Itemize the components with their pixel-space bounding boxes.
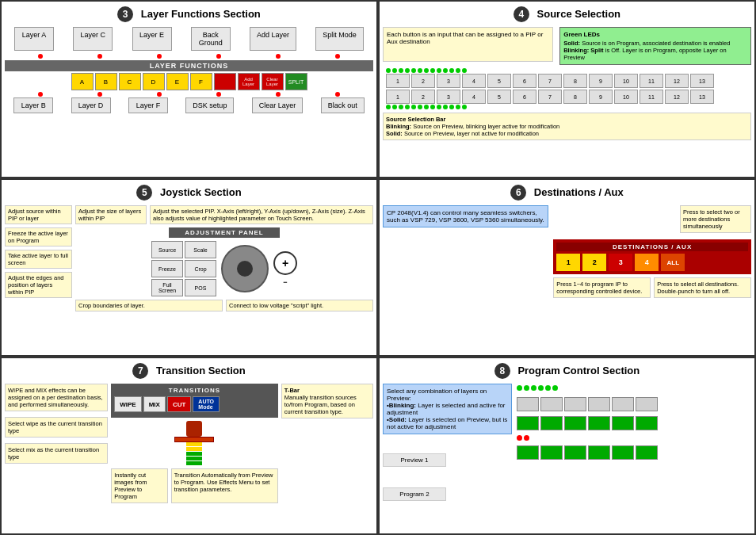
prev2-btn-3[interactable] bbox=[564, 416, 586, 430]
src-btn-r2-11[interactable]: 11 bbox=[640, 90, 663, 104]
prev2-btn-4[interactable] bbox=[588, 416, 610, 430]
add-layer-btn[interactable]: Add Layer bbox=[250, 27, 296, 51]
src-btn-12[interactable]: 12 bbox=[665, 74, 689, 88]
src-btn-4[interactable]: 4 bbox=[462, 74, 486, 88]
black-out-btn[interactable]: Black out bbox=[321, 97, 365, 113]
prog-red-dot-1 bbox=[517, 435, 522, 441]
layer-d-btn[interactable]: Layer D bbox=[71, 97, 111, 113]
prog-btn-4[interactable] bbox=[588, 445, 610, 460]
prog-btn-2[interactable] bbox=[540, 445, 563, 460]
key-clear-layer[interactable]: ClearLayer bbox=[262, 73, 284, 90]
layer-e-btn[interactable]: Layer E bbox=[132, 27, 172, 51]
preview-buttons-row bbox=[517, 397, 751, 411]
src-btn-13[interactable]: 13 bbox=[690, 74, 714, 88]
key-blank[interactable] bbox=[214, 73, 236, 90]
src-btn-r2-1[interactable]: 1 bbox=[386, 90, 410, 104]
dest-btn-3[interactable]: 3 bbox=[609, 254, 632, 271]
src-btn-r2-12[interactable]: 12 bbox=[665, 90, 689, 104]
joystick[interactable] bbox=[221, 245, 269, 292]
src-btn-r2-9[interactable]: 9 bbox=[589, 90, 613, 104]
src-btn-r2-7[interactable]: 7 bbox=[538, 90, 562, 104]
dot-4 bbox=[216, 54, 221, 59]
src-btn-r2-5[interactable]: 5 bbox=[487, 90, 511, 104]
prev2-btn-2[interactable] bbox=[540, 416, 563, 430]
dest-btn-4[interactable]: 4 bbox=[635, 254, 659, 271]
prev2-btn-6[interactable] bbox=[636, 416, 658, 430]
tbar-handle[interactable] bbox=[174, 437, 214, 442]
prev2-btn-5[interactable] bbox=[612, 416, 634, 430]
src-led-2 bbox=[392, 68, 397, 73]
prev-btn-4[interactable] bbox=[588, 397, 610, 411]
src-btn-r2-10[interactable]: 10 bbox=[614, 90, 638, 104]
key-a[interactable]: A bbox=[71, 73, 94, 90]
prev-btn-3[interactable] bbox=[564, 397, 586, 411]
dsk-setup-btn[interactable]: DSK setup bbox=[185, 97, 234, 113]
src-btn-9[interactable]: 9 bbox=[589, 74, 613, 88]
crop-btn[interactable]: Crop bbox=[185, 260, 216, 277]
src-btn-8[interactable]: 8 bbox=[563, 74, 587, 88]
dest-btn-1[interactable]: 1 bbox=[556, 254, 580, 271]
plus-button[interactable]: + bbox=[273, 251, 297, 275]
prog-btn-3[interactable] bbox=[564, 445, 586, 460]
src-btn-r2-4[interactable]: 4 bbox=[462, 90, 486, 104]
dest-btn-all[interactable]: ALL bbox=[661, 254, 685, 271]
src-btn-r2-3[interactable]: 3 bbox=[437, 90, 460, 104]
src-btn-2[interactable]: 2 bbox=[411, 74, 435, 88]
prev-btn-5[interactable] bbox=[612, 397, 634, 411]
src-btn-r2-8[interactable]: 8 bbox=[563, 90, 587, 104]
split-mode-btn[interactable]: Split Mode bbox=[315, 27, 364, 51]
src-led-r2-8 bbox=[430, 105, 435, 109]
green-leds-title: Green LEDs bbox=[563, 31, 747, 38]
prev-btn-6[interactable] bbox=[636, 397, 658, 411]
src-led-8 bbox=[430, 68, 435, 73]
key-c[interactable]: C bbox=[119, 73, 141, 90]
key-split[interactable]: SPLIT bbox=[285, 73, 307, 90]
src-btn-r2-2[interactable]: 2 bbox=[411, 90, 435, 104]
key-add-layer[interactable]: AddLayer bbox=[238, 73, 260, 90]
auto-btn[interactable]: AUTOMode bbox=[193, 396, 220, 412]
section-7-header: 7 Transition Section bbox=[5, 361, 373, 380]
src-btn-1[interactable]: 1 bbox=[386, 74, 410, 88]
prog-btn-1[interactable] bbox=[517, 445, 539, 460]
src-btn-7[interactable]: 7 bbox=[538, 74, 562, 88]
src-led-5 bbox=[411, 68, 416, 73]
freeze-btn[interactable]: Freeze bbox=[151, 260, 183, 277]
src-btn-6[interactable]: 6 bbox=[513, 74, 536, 88]
src-btn-10[interactable]: 10 bbox=[614, 74, 638, 88]
src-led-r2-6 bbox=[418, 105, 422, 109]
src-btn-5[interactable]: 5 bbox=[487, 74, 511, 88]
src-btn-11[interactable]: 11 bbox=[640, 74, 663, 88]
key-b[interactable]: B bbox=[95, 73, 117, 90]
src-led-r2-12 bbox=[456, 105, 460, 109]
key-d[interactable]: D bbox=[143, 73, 165, 90]
layer-functions-bar: LAYER FUNCTIONS bbox=[5, 60, 373, 71]
prog-btn-6[interactable] bbox=[636, 445, 658, 460]
src-btn-3[interactable]: 3 bbox=[437, 74, 460, 88]
layer-c-btn[interactable]: Layer C bbox=[73, 27, 113, 51]
clear-layer-btn[interactable]: Clear Layer bbox=[252, 97, 304, 113]
source-btn[interactable]: Source bbox=[151, 241, 183, 258]
prev2-btn-1[interactable] bbox=[517, 416, 539, 430]
layer-a-btn[interactable]: Layer A bbox=[14, 27, 54, 51]
src-btn-r2-13[interactable]: 13 bbox=[690, 90, 714, 104]
scale-btn[interactable]: Scale bbox=[185, 241, 216, 258]
full-screen-btn[interactable]: Full Screen bbox=[151, 279, 183, 296]
key-f[interactable]: F bbox=[190, 73, 212, 90]
key-e[interactable]: E bbox=[166, 73, 189, 90]
prog-btn-5[interactable] bbox=[612, 445, 634, 460]
layer-top-buttons: Layer A Layer C Layer E BackGround Add L… bbox=[5, 27, 373, 51]
dest-btn-2[interactable]: 2 bbox=[582, 254, 606, 271]
mix-btn[interactable]: MIX bbox=[143, 396, 166, 412]
section-5-header: 5 Joystick Section bbox=[5, 183, 373, 202]
src-btn-r2-6[interactable]: 6 bbox=[513, 90, 536, 104]
dot-2 bbox=[97, 54, 102, 59]
background-btn[interactable]: BackGround bbox=[191, 27, 231, 51]
prev-btn-2[interactable] bbox=[540, 397, 563, 411]
pos-btn[interactable]: POS bbox=[185, 279, 216, 296]
cut-btn[interactable]: CUT bbox=[167, 396, 191, 412]
section-3-title: Layer Functions Section bbox=[141, 8, 261, 20]
layer-b-btn[interactable]: Layer B bbox=[13, 97, 53, 113]
layer-f-btn[interactable]: Layer F bbox=[128, 97, 168, 113]
prev-btn-1[interactable] bbox=[517, 397, 539, 411]
wipe-btn[interactable]: WIPE bbox=[114, 396, 141, 412]
